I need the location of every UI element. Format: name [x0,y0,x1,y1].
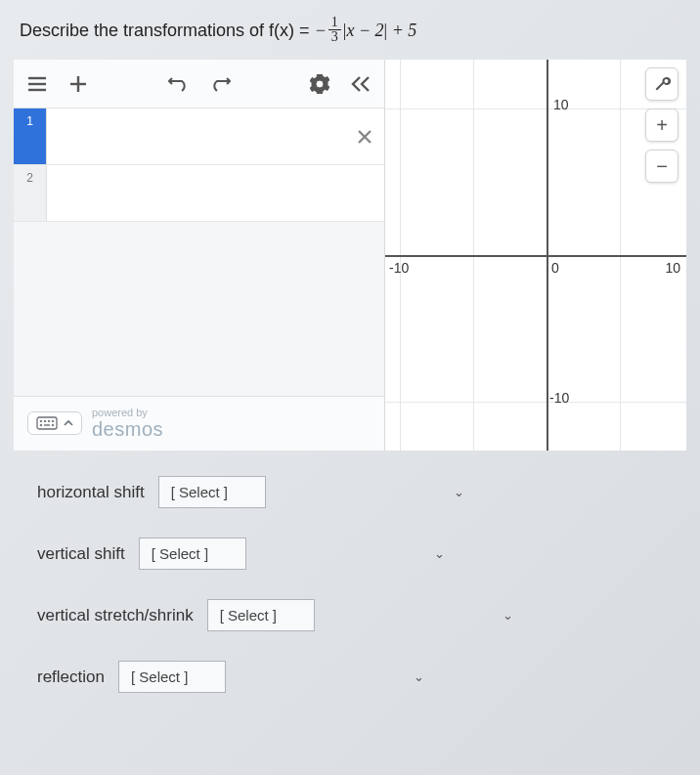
x-tick-zero: 0 [551,260,559,276]
menu-icon[interactable] [23,70,51,98]
row-index: 1 [14,108,47,164]
x-tick-neg10: -10 [389,260,409,276]
expression-area[interactable] [14,222,384,396]
redo-icon[interactable] [206,70,234,98]
answer-vshift: vertical shift [ Select ] ⌄ [37,538,675,570]
answer-hshift: horizontal shift [ Select ] ⌄ [37,476,675,508]
prompt-formula: −13|x − 2| + 5 [315,21,417,40]
stretch-label: vertical stretch/shrink [37,606,194,625]
graph-panel[interactable]: -10 0 10 10 -10 + − [385,60,686,451]
svg-point-12 [40,425,42,427]
hshift-label: horizontal shift [37,483,145,502]
answer-reflect: reflection [ Select ] ⌄ [37,661,675,693]
expression-input[interactable] [47,108,345,164]
svg-point-13 [52,425,54,427]
chevron-up-icon [64,419,73,427]
add-icon[interactable] [65,70,92,98]
keyboard-button[interactable] [27,411,82,435]
calc-footer: powered by desmos [14,396,384,451]
powered-by-block: powered by desmos [92,407,163,441]
row-index: 2 [14,165,47,221]
stretch-select[interactable]: [ Select ] [207,599,315,631]
prompt-text: Describe the transformations of f(x) = [20,21,315,40]
hshift-select[interactable]: [ Select ] [158,476,266,508]
collapse-icon[interactable] [347,70,374,98]
expression-row-1[interactable]: 1 [14,108,384,165]
expression-row-2[interactable]: 2 [14,165,384,222]
question-prompt: Describe the transformations of f(x) = −… [0,0,700,60]
chevron-down-icon[interactable]: ⌄ [497,608,520,623]
zoom-in-button[interactable]: + [645,108,678,142]
svg-point-10 [48,421,50,423]
chevron-down-icon[interactable]: ⌄ [408,669,431,684]
x-tick-pos10: 10 [665,260,680,276]
svg-point-9 [44,421,46,423]
reflect-select[interactable]: [ Select ] [118,661,226,693]
answers-section: horizontal shift [ Select ] ⌄ vertical s… [0,451,700,703]
expression-input[interactable] [47,165,384,221]
answer-stretch: vertical stretch/shrink [ Select ] ⌄ [37,599,675,631]
chevron-down-icon[interactable]: ⌄ [448,485,471,499]
chevron-down-icon[interactable]: ⌄ [428,546,452,561]
delete-row-icon[interactable] [345,108,384,164]
vshift-select[interactable]: [ Select ] [139,538,246,570]
svg-rect-7 [37,417,57,429]
wrench-button[interactable] [645,67,678,101]
expression-panel: 1 2 powered by desmos [14,60,385,451]
desmos-logo: desmos [92,418,163,441]
vshift-label: vertical shift [37,544,125,564]
undo-icon[interactable] [165,70,193,98]
y-tick-pos10: 10 [553,97,569,112]
zoom-out-button[interactable]: − [645,150,678,183]
settings-icon[interactable] [306,70,333,98]
graph-grid: -10 0 10 10 -10 [385,60,686,451]
reflect-label: reflection [37,667,105,687]
calculator-widget: 1 2 powered by desmos [14,60,686,451]
fraction: 13 [328,16,341,44]
graph-tools: + − [645,67,678,183]
svg-point-8 [40,421,42,423]
svg-point-11 [52,421,54,423]
calc-toolbar [14,60,384,108]
y-tick-neg10: -10 [549,390,569,406]
